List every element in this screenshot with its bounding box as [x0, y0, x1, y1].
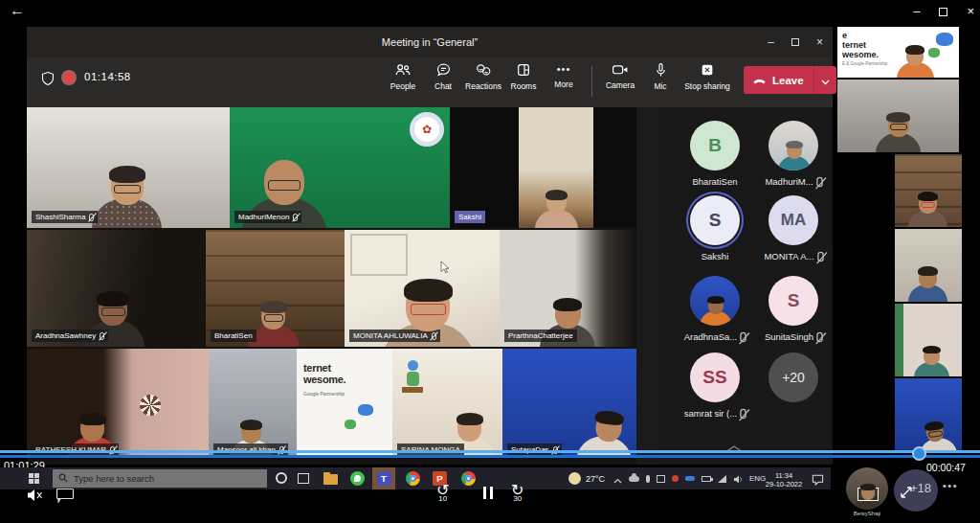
video-tile-sutapadas[interactable]: SutapaDas: [502, 349, 636, 458]
skip-back-10-button[interactable]: ↺ 10: [436, 484, 449, 503]
video-tile-bharatisen[interactable]: BharatiSen: [206, 230, 345, 347]
whatsapp-icon[interactable]: [350, 471, 365, 486]
leave-button[interactable]: Leave: [744, 66, 836, 94]
camera-button[interactable]: Camera: [600, 62, 640, 90]
participant-name-label-active: Sakshi: [455, 211, 485, 223]
chevron-down-icon[interactable]: [814, 72, 836, 89]
strip-video-tile[interactable]: [895, 378, 962, 453]
sidebar-participant-aradhnasa[interactable]: AradhnaSa...: [676, 276, 754, 342]
action-center-icon[interactable]: [812, 472, 824, 489]
taskbar-search-input[interactable]: Type here to search: [53, 469, 267, 488]
file-explorer-icon[interactable]: [323, 474, 338, 485]
tray-teams-status-icon[interactable]: [685, 476, 695, 481]
participants-count: +18: [910, 481, 931, 495]
taskbar-clock[interactable]: 11:34 29-10-2022: [758, 471, 810, 489]
chrome-icon[interactable]: [406, 471, 420, 486]
poster-graphic-blob: [936, 33, 953, 46]
mic-muted-icon: [816, 331, 823, 341]
sidebar-more-participants[interactable]: +20: [754, 352, 833, 402]
more-label: More: [554, 80, 572, 89]
tray-display-icon[interactable]: [657, 475, 665, 483]
more-participants-bubble[interactable]: +18: [894, 469, 938, 512]
video-grid: ShashiSharma ✿ MadhuriMenon Sakshi Aradh…: [27, 107, 636, 465]
strip-video-tile[interactable]: [895, 304, 962, 376]
video-progress-bar[interactable]: [0, 450, 980, 453]
cortana-icon[interactable]: [276, 472, 287, 484]
sidebar-participant-samrat[interactable]: SS samrat sir (...: [676, 352, 754, 419]
chat-button[interactable]: Chat: [423, 62, 463, 91]
restore-icon[interactable]: [791, 38, 799, 46]
chat-icon: [435, 62, 452, 78]
close-icon[interactable]: ×: [967, 3, 974, 20]
poster-graphic-blob: [928, 48, 940, 57]
strip-video-tile[interactable]: [837, 80, 959, 152]
mic-muted-icon: [100, 332, 104, 340]
outer-window-controls: – ×: [913, 2, 974, 21]
display-share-icon[interactable]: [56, 488, 75, 507]
rooms-button[interactable]: Rooms: [503, 62, 544, 91]
people-label: People: [390, 81, 415, 91]
strip-video-tile[interactable]: [895, 229, 962, 302]
mic-button[interactable]: Mic: [640, 62, 680, 91]
sidebar-participant-monita[interactable]: MA MONITA A...: [754, 195, 833, 262]
teams-icon: T: [377, 471, 391, 486]
mic-muted-icon: [740, 331, 746, 341]
video-tile-shared-poster[interactable]: ternet wesome. Google Partnership: [297, 349, 392, 458]
progress-scrubber-handle[interactable]: [912, 446, 926, 461]
more-dots-icon: •••: [557, 62, 571, 76]
more-options-icon[interactable]: •••: [943, 480, 958, 491]
video-tile-monita[interactable]: MONITA AHLUWALIA: [345, 230, 500, 347]
weather-icon[interactable]: [568, 472, 581, 485]
security-shield-icon[interactable]: [40, 71, 56, 90]
video-tile-prarthna[interactable]: PrarthnaChatterjee: [500, 230, 636, 347]
participants-sidebar: B BharatiSen MadhuriM... S Sakshi MA MON…: [660, 107, 833, 465]
sidebar-participant-sunitasingh[interactable]: S SunitaSingh: [754, 276, 833, 342]
video-tile-madhurimenon[interactable]: ✿ MadhuriMenon: [230, 107, 450, 228]
maximize-icon[interactable]: [939, 8, 947, 16]
teams-app-active[interactable]: T: [372, 467, 395, 489]
stop-sharing-button[interactable]: Stop sharing: [680, 62, 734, 91]
onedrive-icon[interactable]: [629, 476, 639, 482]
minimize-icon[interactable]: –: [913, 3, 920, 20]
network-icon[interactable]: [718, 475, 726, 483]
task-view-icon[interactable]: [298, 473, 309, 484]
video-tile-mansoor[interactable]: Mansoor ali khan: [209, 349, 297, 458]
pause-button[interactable]: [483, 487, 493, 499]
start-button[interactable]: [29, 473, 39, 484]
reactions-button[interactable]: Reactions: [463, 62, 503, 91]
tray-chevron-up-icon[interactable]: [613, 470, 622, 488]
close-icon[interactable]: ×: [816, 35, 823, 49]
mute-speaker-icon[interactable]: [27, 489, 43, 506]
video-tile-sakshi[interactable]: Sakshi: [450, 107, 636, 228]
tray-recording-dot-icon[interactable]: [672, 475, 679, 482]
sidebar-participant-sakshi[interactable]: S Sakshi: [676, 195, 754, 262]
avatar: B: [690, 121, 740, 171]
flower-logo: [140, 395, 161, 416]
mic-label: Mic: [654, 81, 666, 91]
strip-tile-poster[interactable]: e ternet wesome. E & Google Partnership: [837, 27, 959, 78]
video-tile-aradhnasawhney[interactable]: AradhnaSawhney: [27, 230, 206, 347]
temperature-label[interactable]: 27°C: [586, 474, 605, 484]
back-arrow-icon[interactable]: ←: [10, 2, 25, 19]
tray-microphone-icon[interactable]: [646, 475, 650, 483]
sidebar-participant-madhurim[interactable]: MadhuriM...: [754, 121, 833, 187]
more-count-badge: +20: [768, 352, 818, 402]
avatar: SS: [690, 352, 740, 402]
sidebar-participant-bharatisen[interactable]: B BharatiSen: [676, 121, 754, 187]
presenter-webcam-bubble[interactable]: [846, 467, 888, 510]
skip-forward-30-button[interactable]: ↻ 30: [511, 484, 523, 503]
video-tile-shashisharma[interactable]: ShashiSharma: [27, 107, 230, 228]
toolbar-divider: [591, 66, 592, 97]
people-button[interactable]: People: [383, 62, 423, 91]
participant-video-person: [535, 191, 578, 228]
mic-muted-icon: [817, 251, 824, 261]
video-tile-sarina[interactable]: SARINA MONGA: [392, 349, 502, 458]
video-tile-ratheesh[interactable]: RATHEESH KUMAR: [27, 349, 209, 458]
video-progress-bar-secondary[interactable]: [0, 455, 980, 458]
strip-video-tile[interactable]: [895, 154, 962, 227]
more-button[interactable]: ••• More: [544, 62, 584, 89]
volume-icon[interactable]: [733, 470, 743, 488]
chrome-icon[interactable]: [461, 471, 476, 486]
battery-icon[interactable]: [702, 476, 711, 482]
minimize-icon[interactable]: –: [768, 35, 774, 49]
